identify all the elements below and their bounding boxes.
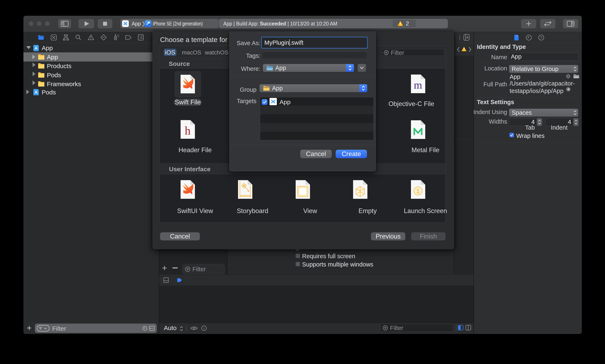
svg-text:h: h: [185, 124, 191, 137]
svg-text:?: ?: [540, 36, 542, 40]
svg-text:i: i: [204, 326, 205, 330]
svg-text:m: m: [414, 79, 422, 91]
svg-text:1: 1: [416, 188, 420, 195]
